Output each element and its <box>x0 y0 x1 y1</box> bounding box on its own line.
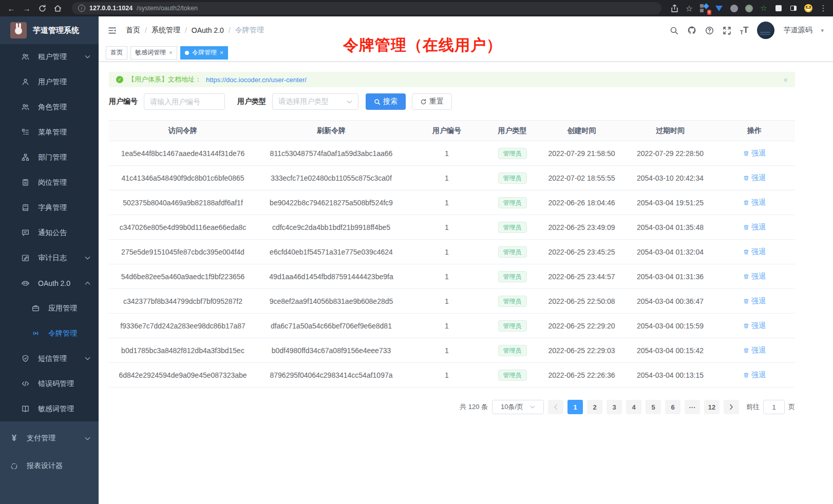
sidebar-item-payments[interactable]: ¥ 支付管理 <box>0 424 99 452</box>
sidebar-item-tenant[interactable]: 租户管理 <box>0 44 99 69</box>
access-token-cell: f9336e7c7dd242a283ee98dc86b17a87 <box>109 314 257 338</box>
doc-link[interactable]: https://doc.iocoder.cn/user-center/ <box>206 76 307 84</box>
user-type-select[interactable]: 请选择用户类型 <box>272 93 358 110</box>
browser-back-button[interactable]: ← <box>5 2 17 14</box>
org-chart-icon <box>22 153 29 161</box>
refresh-token-cell: 811c530487574fa0af1a59d3abc1aa66 <box>257 141 406 166</box>
sidebar-item-users[interactable]: 用户管理 <box>0 69 99 94</box>
share-button[interactable] <box>670 4 679 13</box>
alert-close-icon[interactable]: × <box>783 75 788 84</box>
sidebar-item-audit-log[interactable]: 审计日志 <box>0 245 99 270</box>
sidebar-item-announcements[interactable]: 通知公告 <box>0 220 99 245</box>
page-button-4[interactable]: 4 <box>626 400 641 414</box>
tab-token-management[interactable]: 令牌管理 × <box>180 46 228 60</box>
tab-home[interactable]: 首页 <box>106 46 127 60</box>
help-icon[interactable] <box>705 26 714 35</box>
active-tab-dot <box>185 51 189 55</box>
site-info-icon[interactable]: i <box>78 5 85 12</box>
bookmark-button[interactable]: ☆ <box>685 4 694 13</box>
record-extension-button[interactable] <box>744 4 753 13</box>
refresh-icon <box>420 99 427 105</box>
force-logout-button[interactable]: 强退 <box>743 173 766 183</box>
select-placeholder: 请选择用户类型 <box>278 97 329 106</box>
side-panel-button[interactable] <box>789 4 798 13</box>
tab-close-icon[interactable]: × <box>220 49 223 56</box>
reset-button[interactable]: 重置 <box>412 93 452 110</box>
goto-page-input[interactable] <box>763 400 785 414</box>
page-size-select[interactable]: 10条/页 <box>492 400 544 414</box>
sidebar-item-roles[interactable]: 角色管理 <box>0 94 99 120</box>
browser-forward-button[interactable]: → <box>21 2 33 14</box>
force-logout-button[interactable]: 强退 <box>743 371 766 380</box>
sidebar-item-label: 支付管理 <box>27 434 55 443</box>
user-avatar[interactable] <box>757 22 774 39</box>
page-button-6[interactable]: 6 <box>665 400 680 414</box>
sidebar-item-sms[interactable]: 短信管理 <box>0 346 99 371</box>
user-menu-caret-icon[interactable]: ▾ <box>821 27 824 34</box>
force-logout-button[interactable]: 强退 <box>743 223 766 232</box>
share-icon <box>670 4 679 13</box>
shield-icon <box>22 355 29 362</box>
sidebar-item-menus[interactable]: 菜单管理 <box>0 120 99 145</box>
sidebar-item-departments[interactable]: 部门管理 <box>0 145 99 170</box>
address-bar[interactable]: i 127.0.0.1:1024/system/oauth2/token <box>72 2 661 14</box>
force-logout-button[interactable]: 强退 <box>743 272 766 281</box>
page-button-12[interactable]: 12 <box>704 400 720 414</box>
breadcrumb-home[interactable]: 首页 <box>126 26 140 35</box>
home-icon <box>53 4 62 13</box>
user-name[interactable]: 芋道源码 <box>783 26 812 35</box>
search-icon[interactable] <box>670 26 678 35</box>
created-cell: 2022-06-26 18:04:46 <box>537 190 627 215</box>
force-logout-button[interactable]: 强退 <box>743 149 766 158</box>
browser-home-button[interactable] <box>51 2 64 14</box>
app-logo-bar[interactable]: 芋道管理系统 <box>0 16 99 44</box>
extensions-button[interactable] <box>774 4 783 13</box>
access-token-cell: 1ea5e44f8bc1467aaede43144f31de76 <box>109 141 257 166</box>
page-button-5[interactable]: 5 <box>646 400 661 414</box>
gray-extension-button[interactable] <box>729 4 739 13</box>
tab-sensitive-words[interactable]: 敏感词管理 × <box>130 46 177 60</box>
tab-close-icon[interactable]: × <box>169 49 173 56</box>
tab-label: 令牌管理 <box>192 48 217 57</box>
more-pages-button[interactable]: ··· <box>685 400 700 414</box>
sidebar-item-oauth-apps[interactable]: 应用管理 <box>0 296 99 321</box>
page-button-1[interactable]: 1 <box>567 400 583 414</box>
sidebar-item-sensitive-words[interactable]: 敏感词管理 <box>0 396 99 421</box>
sidebar-item-posts[interactable]: 岗位管理 <box>0 170 99 195</box>
user-type-badge: 管理员 <box>498 345 527 356</box>
page-button-2[interactable]: 2 <box>587 400 602 414</box>
tags-view-bar: 首页 敏感词管理 × 令牌管理 × <box>99 44 833 62</box>
created-cell: 2022-06-25 22:29:20 <box>537 314 627 338</box>
force-logout-button[interactable]: 强退 <box>743 346 766 355</box>
force-logout-button[interactable]: 强退 <box>743 198 766 207</box>
force-logout-button[interactable]: 强退 <box>743 247 766 257</box>
force-logout-button[interactable]: 强退 <box>743 321 766 331</box>
browser-menu-button[interactable]: ⋮ <box>819 4 828 13</box>
sidebar-item-oauth2[interactable]: OAuth 2.0 <box>0 270 99 296</box>
search-button[interactable]: 搜索 <box>366 93 406 110</box>
next-page-button[interactable] <box>724 400 739 414</box>
trash-icon <box>743 298 749 304</box>
header-actions: TT 芋道源码 ▾ <box>670 22 824 39</box>
breadcrumb-system[interactable]: 系统管理 <box>152 26 180 35</box>
extension-blocks-button[interactable]: 9 <box>699 4 709 13</box>
sidebar-item-token-management[interactable]: 令牌管理 <box>0 321 99 346</box>
sidebar-collapse-button[interactable] <box>108 26 117 35</box>
browser-reload-button[interactable] <box>36 2 48 14</box>
fullscreen-icon[interactable] <box>723 26 731 35</box>
font-size-icon[interactable]: TT <box>740 25 749 35</box>
sidebar-item-dictionary[interactable]: 字典管理 <box>0 195 99 220</box>
profile-avatar-button[interactable] <box>804 4 813 13</box>
prev-page-button[interactable] <box>548 400 563 414</box>
gem-extension-button[interactable] <box>714 4 724 13</box>
page-button-3[interactable]: 3 <box>607 400 622 414</box>
green-star-extension-button[interactable]: ☆ <box>759 4 768 13</box>
sidebar-item-error-codes[interactable]: 错误码管理 <box>0 371 99 396</box>
sidebar-item-report-designer[interactable]: 报表设计器 <box>0 452 99 480</box>
force-logout-button[interactable]: 强退 <box>743 297 766 306</box>
user-type-badge: 管理员 <box>498 148 527 159</box>
user-id-input[interactable] <box>144 93 225 110</box>
breadcrumb: 首页 / 系统管理 / OAuth 2.0 / 令牌管理 <box>126 26 264 35</box>
github-icon[interactable] <box>687 26 696 35</box>
breadcrumb-oauth[interactable]: OAuth 2.0 <box>192 26 224 34</box>
